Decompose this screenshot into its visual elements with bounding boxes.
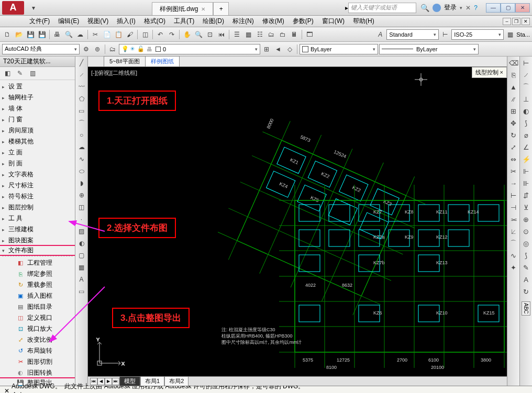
zoom-window-icon[interactable]: ⊡: [205, 29, 215, 40]
minimize-button[interactable]: —: [486, 3, 501, 13]
layer-match-icon[interactable]: ⊞: [261, 44, 272, 54]
table-icon[interactable]: ▦: [76, 262, 87, 273]
open-icon[interactable]: 📂: [14, 29, 24, 40]
point-icon[interactable]: ·: [76, 214, 87, 224]
workspace-settings-icon[interactable]: ⚙: [81, 44, 91, 54]
tree-item-2[interactable]: ▸墙 体: [0, 103, 75, 114]
fillet-icon[interactable]: ⌒: [508, 238, 519, 249]
ltab-last-icon[interactable]: ⏭: [112, 378, 119, 385]
tree-sub-10[interactable]: ◐旧图转换: [0, 367, 75, 378]
dimstyle-icon[interactable]: ⊢: [440, 29, 450, 40]
pline-icon[interactable]: 〰: [76, 82, 87, 92]
tree-sub-1[interactable]: ⎘绑定参照: [0, 268, 75, 279]
tree-item-8[interactable]: ▸文字表格: [0, 169, 75, 180]
circle-icon[interactable]: ○: [76, 130, 87, 140]
menu-insert[interactable]: 插入(I): [113, 16, 139, 27]
menu-help[interactable]: 帮助(H): [349, 16, 379, 27]
copy2-icon[interactable]: ⎘: [508, 70, 519, 80]
dim-quick-icon[interactable]: ⚡: [521, 154, 531, 164]
zoom-realtime-icon[interactable]: 🔍: [193, 29, 204, 40]
menu-window[interactable]: 窗口(W): [318, 16, 349, 27]
search-icon[interactable]: 🔍: [420, 4, 429, 12]
extend-icon[interactable]: →: [508, 178, 519, 188]
tolerance-icon[interactable]: ⊕: [521, 214, 531, 224]
tree-sub-2[interactable]: ↻重载参照: [0, 279, 75, 290]
ltab-next-icon[interactable]: ▶: [105, 378, 112, 385]
gradient-icon[interactable]: ◐: [76, 238, 87, 249]
cleanscreen-icon[interactable]: 🗔: [304, 29, 315, 40]
break-icon[interactable]: ⊢: [508, 190, 519, 200]
tree-sub-7[interactable]: ⤢改变比例: [0, 334, 75, 345]
insert-icon[interactable]: ⊕: [76, 190, 87, 200]
polygon-icon[interactable]: ⬠: [76, 94, 87, 104]
join-icon[interactable]: ⫘: [508, 214, 519, 224]
dim-space-icon[interactable]: ⇵: [521, 190, 531, 200]
joglinear-icon[interactable]: ⟆: [521, 250, 531, 261]
dimted-icon[interactable]: A: [521, 274, 531, 285]
dim-radius-icon[interactable]: ◐: [521, 106, 531, 116]
ltab-layout1[interactable]: 布局1: [140, 376, 164, 386]
matchprop-icon[interactable]: 🖌: [125, 29, 135, 40]
tree-item-14[interactable]: ▸图块图案: [0, 235, 75, 246]
tree-item-15[interactable]: ▾文件布图: [0, 245, 75, 256]
ellipsearc-icon[interactable]: ◗: [76, 178, 87, 188]
dim-angular-icon[interactable]: ∠: [521, 142, 531, 152]
move-icon[interactable]: ✥: [508, 118, 519, 128]
blend-icon[interactable]: ∿: [508, 250, 519, 261]
tree-item-9[interactable]: ▸尺寸标注: [0, 180, 75, 191]
pan-icon[interactable]: ✋: [182, 29, 192, 40]
ltab-first-icon[interactable]: ⏮: [90, 378, 97, 385]
close-button[interactable]: ✕: [515, 3, 530, 13]
hatch-icon[interactable]: ▨: [76, 226, 87, 237]
menu-view[interactable]: 视图(V): [83, 16, 113, 27]
dim-aligned-icon[interactable]: ⟋: [521, 70, 531, 80]
t20-tool3-icon[interactable]: ▥: [27, 68, 38, 78]
spline-icon[interactable]: ∿: [76, 154, 87, 164]
revcloud-icon[interactable]: ☁: [76, 142, 87, 152]
line-icon[interactable]: ╱: [76, 58, 87, 68]
tree-sub-8[interactable]: ↺布局旋转: [0, 345, 75, 356]
drawing-canvas[interactable]: [-][俯视][二维线框] 线型控制 ×: [88, 67, 507, 376]
tree-item-3[interactable]: ▸门 窗: [0, 114, 75, 125]
tree-item-12[interactable]: ▸工 具: [0, 213, 75, 224]
erase-icon[interactable]: ⌫: [508, 58, 519, 68]
redo-icon[interactable]: ↷: [167, 29, 177, 40]
tree-item-10[interactable]: ▸符号标注: [0, 191, 75, 202]
doc-tab-1[interactable]: 5~8#平面图: [104, 56, 146, 66]
doc-tab-2[interactable]: 样例图纸: [145, 56, 180, 66]
ltab-model[interactable]: 模型: [119, 376, 140, 386]
tree-item-0[interactable]: ▸设 置: [0, 81, 75, 92]
ellipse-icon[interactable]: ⬭: [76, 166, 87, 176]
break2-icon[interactable]: ⊣: [508, 202, 519, 212]
cut-icon[interactable]: ✂: [90, 29, 101, 40]
blockedit-icon[interactable]: ◫: [140, 29, 150, 40]
menu-format[interactable]: 格式(O): [140, 16, 170, 27]
tree-item-1[interactable]: ▸轴网柱子: [0, 92, 75, 103]
layer-prev-icon[interactable]: ◄: [273, 44, 283, 54]
tree-item-7[interactable]: ▸剖 面: [0, 158, 75, 169]
dimupdate-icon[interactable]: ↻: [521, 286, 531, 297]
t20-tool1-icon[interactable]: ◧: [2, 68, 13, 78]
quickcalc-icon[interactable]: 🖩: [289, 29, 300, 40]
menu-draw[interactable]: 绘图(D): [198, 16, 228, 27]
textstyle-icon[interactable]: A: [375, 29, 385, 40]
dim-continue-icon[interactable]: ⊪: [521, 178, 531, 188]
sheetset-icon[interactable]: 🗂: [266, 29, 276, 40]
layer-dropdown[interactable]: 💡 ☀ 🔓 🖶 0 ▾: [119, 44, 260, 54]
mdi-minimize-button[interactable]: –: [503, 18, 511, 25]
dim-diameter-icon[interactable]: ⌀: [521, 130, 531, 140]
zoom-prev-icon[interactable]: ⏮: [216, 29, 227, 40]
login-dropdown-icon[interactable]: ▾: [460, 5, 462, 10]
menu-dim[interactable]: 标注(N): [228, 16, 258, 27]
menu-modify[interactable]: 修改(M): [258, 16, 289, 27]
help-search-input[interactable]: 键入关键字或短语: [348, 3, 416, 13]
close-icon[interactable]: ✕: [201, 6, 205, 12]
tree-item-13[interactable]: ▸三维建模: [0, 224, 75, 235]
tree-item-5[interactable]: ▸楼梯其他: [0, 136, 75, 147]
stretch-icon[interactable]: ⇔: [508, 154, 519, 164]
tree-item-4[interactable]: ▸房间屋顶: [0, 125, 75, 136]
dim-ordinate-icon[interactable]: ⊥: [521, 94, 531, 104]
tree-sub-0[interactable]: ◧工程管理: [0, 257, 75, 268]
mdi-close-button[interactable]: ✕: [522, 18, 530, 25]
properties-icon[interactable]: ☰: [231, 29, 242, 40]
